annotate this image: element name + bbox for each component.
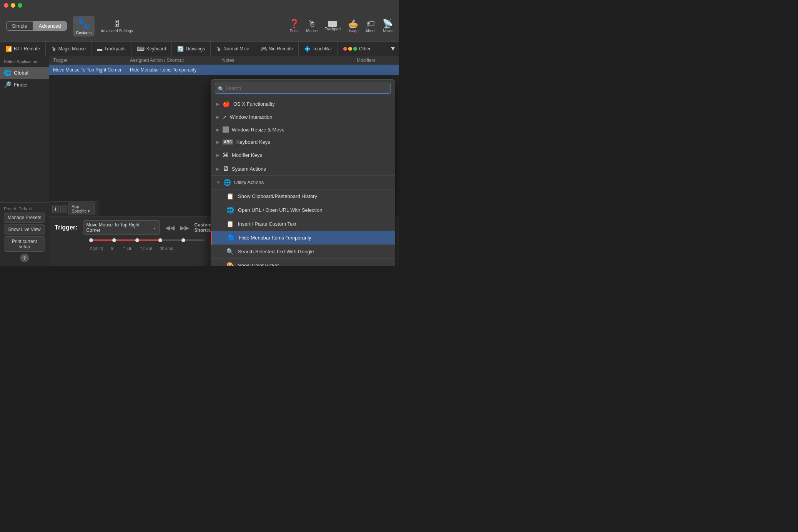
item-hide-menubar[interactable]: 🔵 Hide Menubar Items Temporarily: [211, 231, 395, 245]
dropdown-search-input[interactable]: [215, 83, 391, 94]
drawings-icon: 🔄: [177, 46, 184, 52]
usage-icon-group[interactable]: 🥧 Usage: [347, 19, 359, 33]
show-clipboard-icon: 📋: [226, 193, 234, 200]
docs-icon-group[interactable]: ❓ Docs: [289, 19, 299, 33]
advanced-settings-icon-group[interactable]: 🎛 Advanced Settings: [101, 19, 133, 33]
keyboard-label: Keyboard: [146, 46, 166, 52]
modifier-shift: ⇧(shift): [89, 246, 103, 251]
tab-siri-remote[interactable]: 🎮 Siri Remote: [255, 42, 299, 56]
insert-paste-icon: 📋: [226, 220, 234, 228]
docs-label: Docs: [290, 29, 299, 33]
about-label: About: [366, 29, 376, 33]
cat-icon-utility: 🌐: [223, 179, 231, 186]
tab-trackpads[interactable]: ▬ Trackpads: [91, 42, 131, 56]
show-color-picker-label: Show Color Picker: [238, 263, 389, 266]
table-row[interactable]: Move Mouse To Top Right Corner Hide Menu…: [49, 65, 399, 75]
trackpad-icon-group[interactable]: Trackpad: [325, 21, 341, 31]
tab-other[interactable]: Other: [338, 42, 376, 56]
cat-label-system: System Actions: [232, 166, 266, 172]
sidebar-item-finder[interactable]: 🔎 Finder: [0, 79, 49, 91]
slider-dot-4: [158, 238, 162, 242]
trigger-select[interactable]: Move Mouse To Top Right Corner ⌄: [83, 220, 160, 235]
tab-touchbar[interactable]: 💠 TouchBar: [299, 42, 338, 56]
category-window-resize-move[interactable]: ▶ Window Resize & Move: [211, 123, 395, 136]
main-content: Select Application: 🌐 Global 🔎 Finder Pr…: [0, 56, 399, 266]
slider-dot-3: [135, 238, 139, 242]
row-action: Hide Menubar Items Temporarily: [126, 67, 218, 73]
trackpads-icon: ▬: [97, 46, 102, 52]
item-open-url[interactable]: 🌐 Open URL / Open URL With Selection: [211, 203, 395, 217]
toolbar: Simple Advanced 🐾 Gestures 🎛 Advanced Se…: [0, 11, 399, 42]
global-icon: 🌐: [4, 69, 12, 76]
about-icon: 🏷: [366, 19, 375, 29]
drawings-label: Drawings: [186, 46, 205, 52]
about-icon-group[interactable]: 🏷 About: [366, 19, 376, 33]
manage-presets-button[interactable]: Manage Presets: [4, 213, 45, 223]
normal-mice-icon: 🖱: [216, 46, 221, 52]
minimize-button[interactable]: [11, 3, 15, 8]
cat-label-win-interaction: Window Interaction: [230, 114, 273, 120]
category-window-interaction[interactable]: ▶ ↗ Window Interaction: [211, 111, 395, 123]
add-trigger-button[interactable]: +: [52, 205, 59, 213]
prev-trigger-button[interactable]: ◀◀: [165, 224, 175, 231]
btt-remote-label: BTT Remote: [14, 46, 40, 52]
close-button[interactable]: [4, 3, 8, 8]
maximize-button[interactable]: [18, 3, 22, 8]
table-header: Trigger Assigned Action / Shortcut Notes…: [49, 56, 399, 65]
sidebar-header: Select Application:: [0, 56, 49, 67]
modifier-cmd: ⌘ cmd: [160, 246, 173, 251]
item-show-clipboard[interactable]: 📋 Show Clipboard/Pasteboard History: [211, 190, 395, 203]
advanced-settings-icon: 🎛: [113, 19, 121, 28]
search-google-label: Search Selected Text With Google: [238, 249, 389, 254]
siri-remote-icon: 🎮: [261, 46, 267, 52]
row-trigger: Move Mouse To Top Right Corner: [49, 67, 126, 73]
cat-label-win-resize: Window Resize & Move: [232, 127, 284, 133]
finder-label: Finder: [14, 82, 28, 88]
trigger-chevron-icon: ⌄: [153, 225, 156, 230]
cat-arrow-modifier: ▶: [216, 153, 219, 157]
tab-normal-mice[interactable]: 🖱 Normal Mice: [211, 42, 255, 56]
item-insert-paste[interactable]: 📋 Insert / Paste Custom Text: [211, 217, 395, 231]
sidebar: Select Application: 🌐 Global 🔎 Finder Pr…: [0, 56, 49, 266]
advanced-settings-label: Advanced Settings: [101, 29, 133, 33]
category-modifier-keys[interactable]: ▶ ⌘ Modifier Keys: [211, 148, 395, 162]
cat-arrow-utility: ▼: [216, 180, 220, 185]
category-keyboard-keys[interactable]: ▶ ABC Keyboard Keys: [211, 136, 395, 148]
tab-btt-remote[interactable]: 📶 BTT Remote: [0, 42, 46, 56]
sidebar-item-global[interactable]: 🌐 Global: [0, 67, 49, 79]
show-live-view-button[interactable]: Show Live View: [4, 224, 45, 234]
category-os-x-functionality[interactable]: ▶ 🍎 OS X Functionality: [211, 97, 395, 111]
category-system-actions[interactable]: ▶ 🖥 System Actions: [211, 162, 395, 176]
news-icon-group[interactable]: 📡 News: [382, 19, 393, 33]
sidebar-bottom: Preset: Default Manage Presets Show Live…: [0, 202, 49, 266]
trackpads-label: Trackpads: [104, 46, 126, 52]
help-button[interactable]: ?: [20, 254, 29, 262]
remove-trigger-button[interactable]: −: [60, 205, 67, 213]
tabs-overflow-button[interactable]: ▼: [387, 45, 399, 52]
advanced-tab[interactable]: Advanced: [33, 21, 67, 31]
mouse-icon-group[interactable]: 🖱 Mouse: [306, 19, 318, 33]
print-current-button[interactable]: Print current setup: [4, 236, 45, 252]
device-tabs: 📶 BTT Remote 🖱 Magic Mouse ▬ Trackpads ⌨…: [0, 42, 399, 56]
item-show-color-picker[interactable]: 🎨 Show Color Picker: [211, 259, 395, 266]
category-utility-actions[interactable]: ▼ 🌐 Utility Actions: [211, 176, 395, 190]
cat-icon-modifier: ⌘: [223, 151, 229, 159]
keyboard-icon: ⌨: [137, 46, 145, 52]
next-trigger-button[interactable]: ▶▶: [180, 224, 189, 231]
content-panel: Trigger Assigned Action / Shortcut Notes…: [49, 56, 399, 266]
item-search-google[interactable]: 🔍 Search Selected Text With Google: [211, 245, 395, 259]
tab-magic-mouse[interactable]: 🖱 Magic Mouse: [46, 42, 91, 56]
cat-icon-keyboard: ABC: [223, 140, 233, 145]
app-specific-button[interactable]: App Specific ▾: [68, 203, 95, 215]
tab-keyboard[interactable]: ⌨ Keyboard: [131, 42, 172, 56]
open-url-label: Open URL / Open URL With Selection: [238, 207, 389, 213]
simple-tab[interactable]: Simple: [6, 21, 33, 31]
cat-arrow-win-resize: ▶: [216, 128, 219, 132]
gestures-icon-group[interactable]: 🐾 Gestures: [73, 16, 95, 37]
finder-icon: 🔎: [4, 81, 12, 88]
usage-label: Usage: [347, 29, 359, 33]
gestures-icon: 🐾: [77, 17, 90, 30]
tab-drawings[interactable]: 🔄 Drawings: [172, 42, 211, 56]
trigger-slider[interactable]: [89, 239, 204, 241]
hide-menubar-label: Hide Menubar Items Temporarily: [239, 235, 389, 241]
